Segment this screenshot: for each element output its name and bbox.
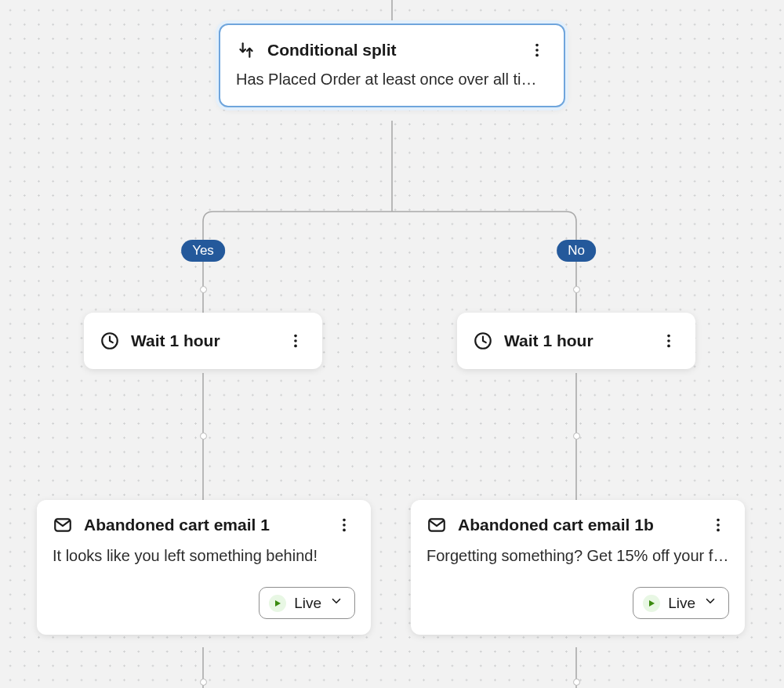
mail-icon bbox=[53, 515, 73, 535]
conditional-more-button[interactable] bbox=[526, 39, 548, 61]
svg-point-14 bbox=[294, 345, 297, 348]
svg-point-12 bbox=[294, 335, 297, 338]
svg-point-24 bbox=[717, 519, 720, 522]
wait-more-button[interactable] bbox=[658, 330, 680, 352]
conditional-title: Conditional split bbox=[267, 41, 396, 60]
wait-title: Wait 1 hour bbox=[504, 331, 593, 350]
connector-dot bbox=[573, 679, 580, 686]
email-status-dropdown[interactable]: Live bbox=[259, 587, 355, 619]
connector-dot bbox=[200, 433, 207, 440]
wait-node-yes[interactable]: Wait 1 hour bbox=[84, 313, 322, 369]
email-status-dropdown[interactable]: Live bbox=[633, 587, 729, 619]
clock-icon bbox=[100, 331, 120, 351]
connector-dot bbox=[573, 286, 580, 293]
connector-dot bbox=[200, 679, 207, 686]
branch-label-yes: Yes bbox=[181, 240, 225, 262]
wait-node-no[interactable]: Wait 1 hour bbox=[457, 313, 695, 369]
email-node-yes[interactable]: Abandoned cart email 1 It looks like you… bbox=[37, 500, 371, 635]
svg-point-10 bbox=[535, 54, 539, 57]
svg-point-18 bbox=[667, 345, 670, 348]
wait-title: Wait 1 hour bbox=[131, 331, 220, 350]
conditional-description: Has Placed Order at least once over all … bbox=[220, 61, 564, 106]
email-subject: Forgetting something? Get 15% off your f… bbox=[411, 536, 745, 582]
svg-point-26 bbox=[717, 529, 720, 532]
chevron-down-icon bbox=[703, 594, 717, 612]
svg-point-17 bbox=[667, 339, 670, 342]
svg-point-13 bbox=[294, 339, 297, 342]
email-more-button[interactable] bbox=[707, 514, 729, 536]
svg-point-21 bbox=[343, 523, 346, 527]
status-live-icon bbox=[643, 595, 660, 612]
connector-dot bbox=[200, 286, 207, 293]
svg-point-8 bbox=[535, 44, 539, 47]
wait-more-button[interactable] bbox=[285, 330, 307, 352]
status-live-icon bbox=[269, 595, 286, 612]
email-title: Abandoned cart email 1 bbox=[84, 516, 270, 534]
email-status-label: Live bbox=[294, 595, 321, 612]
email-node-no[interactable]: Abandoned cart email 1b Forgetting somet… bbox=[411, 500, 745, 635]
mail-icon bbox=[426, 515, 447, 535]
svg-point-16 bbox=[667, 335, 670, 338]
chevron-down-icon bbox=[329, 594, 343, 612]
email-status-label: Live bbox=[668, 595, 695, 612]
email-title: Abandoned cart email 1b bbox=[458, 516, 654, 534]
clock-icon bbox=[473, 331, 493, 351]
connector-dot bbox=[573, 433, 580, 440]
conditional-split-node[interactable]: Conditional split Has Placed Order at le… bbox=[219, 24, 565, 107]
svg-point-20 bbox=[343, 519, 346, 522]
email-more-button[interactable] bbox=[333, 514, 355, 536]
svg-point-25 bbox=[717, 523, 720, 527]
svg-point-22 bbox=[343, 529, 346, 532]
email-subject: It looks like you left something behind! bbox=[37, 536, 371, 582]
branch-label-no: No bbox=[557, 240, 596, 262]
split-icon bbox=[236, 40, 256, 60]
svg-point-9 bbox=[535, 49, 539, 52]
